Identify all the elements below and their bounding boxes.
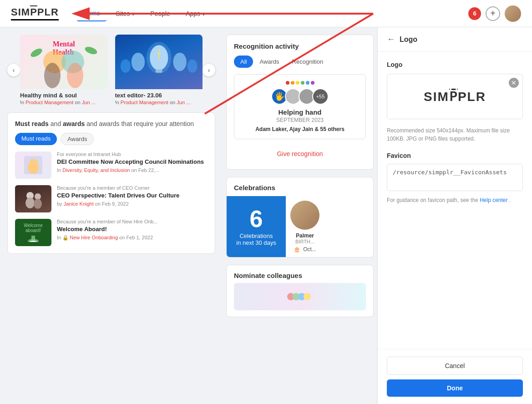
user-avatar[interactable] <box>505 5 521 22</box>
carousel-image-1: MentalHealth <box>20 35 108 89</box>
celebrations-card: Celebrations 6 Celebrations in next 30 d… <box>226 177 374 258</box>
must-reads-and: and <box>51 120 63 127</box>
logo-settings-panel: ← Logo Logo SIMP̄PLR ✕ Recommended size … <box>377 27 532 404</box>
carousel-card-1[interactable]: MentalHealth <box>20 35 108 105</box>
chevron-down-icon: ▾ <box>132 10 135 17</box>
must-read-content-3: Because you're a member of New Hire Onb.… <box>57 219 208 241</box>
navbar: SIMPPLR Home Sites ▾ People Apps ▾ 6 + <box>0 0 532 27</box>
carousel-title-2: text editor- 23.06 <box>115 92 203 99</box>
person-type: BIRTH... <box>295 239 314 244</box>
awards-label-inline: awards <box>63 120 85 127</box>
carousel-category-2[interactable]: Product Management <box>121 100 168 105</box>
give-recognition-button[interactable]: Give recognition <box>234 146 366 162</box>
recognition-title: Recognition activity <box>234 42 366 50</box>
must-read-context-1: For everyone at Intranet Hub <box>57 152 208 157</box>
must-read-meta-1: In Diversity, Equity, and Inclusion on F… <box>57 167 208 173</box>
logo-remove-button[interactable]: ✕ <box>509 78 519 88</box>
svg-rect-20 <box>30 159 32 167</box>
avatar-image <box>505 5 521 22</box>
must-read-group-2[interactable]: CEO Corner <box>122 185 150 191</box>
must-reads-tabs: Must reads Awards <box>15 133 208 145</box>
must-reads-suffix: and awards that require your attention <box>86 120 194 127</box>
recognition-tab-recognition[interactable]: Recognition <box>286 56 330 68</box>
cake-icon: 🎂 <box>294 246 300 252</box>
must-read-context-3: Because you're a member of New Hire Onb.… <box>57 219 208 224</box>
nav-sites[interactable]: Sites ▾ <box>109 6 141 21</box>
left-panel: ‹ MentalHealth <box>0 27 223 404</box>
must-reads-card: Must reads and awards and awards that re… <box>7 112 215 254</box>
must-read-content-2: Because you're a member of CEO Corner CE… <box>57 185 208 207</box>
badge-dots <box>241 81 359 85</box>
tab-awards[interactable]: Awards <box>61 133 94 145</box>
svg-rect-21 <box>33 158 35 167</box>
logo-upload-box[interactable]: SIMP̄PLR ✕ <box>387 74 523 119</box>
add-button[interactable]: + <box>486 6 500 21</box>
dei-thumb-illustration <box>22 154 45 177</box>
mental-health-illustration <box>23 35 105 89</box>
carousel-category-1[interactable]: Product Management <box>25 100 73 105</box>
badge-date: SEPTEMBER 2023 <box>241 117 359 123</box>
chevron-down-icon: ▾ <box>202 10 205 17</box>
lightbulb-illustration <box>115 35 203 89</box>
nav-people[interactable]: People <box>144 6 177 21</box>
nominate-avatars <box>286 288 314 306</box>
carousel-image-2 <box>115 35 203 89</box>
must-read-category-1[interactable]: Diversity, Equity, and Inclusion <box>62 167 130 173</box>
celebrations-title: Celebrations <box>227 177 373 196</box>
back-button[interactable]: ← <box>387 35 395 44</box>
center-panel: Recognition activity All Awards Recognit… <box>223 27 377 404</box>
svg-point-12 <box>131 53 144 71</box>
done-button[interactable]: Done <box>387 379 523 397</box>
must-reads-items: For everyone at Intranet Hub DEI Committ… <box>15 152 208 246</box>
carousel-meta-2: In Product Management on Jun ... <box>115 100 203 105</box>
notification-badge[interactable]: 6 <box>468 7 481 20</box>
must-read-group-3[interactable]: New Hire Onb... <box>122 219 157 224</box>
must-read-meta-2: by Janice Knight on Feb 9, 2022 <box>57 201 208 207</box>
svg-point-7 <box>30 47 44 59</box>
badge-name: Helping hand <box>241 108 359 116</box>
celebrations-label: Celebrations in next 30 days <box>236 232 276 246</box>
badge-people: Adam Laker, Ajay Jain & 55 others <box>241 126 359 132</box>
nav-links: Home Sites ▾ People Apps ▾ <box>77 6 468 21</box>
svg-point-26 <box>34 199 42 209</box>
must-read-meta-3: In 🔒New Hire Onboarding on Feb 1, 2022 <box>57 235 208 241</box>
overlay-body: Logo SIMP̄PLR ✕ Recommended size 540x144… <box>378 52 532 349</box>
favicon-hint: For guidance on favicon path, see the He… <box>387 196 523 204</box>
carousel-track: MentalHealth <box>20 35 203 105</box>
carousel-next-button[interactable]: › <box>203 64 215 76</box>
favicon-input[interactable]: /resource/simpplr__FaviconAssets <box>387 164 523 191</box>
must-read-author-2[interactable]: Janice Knight <box>64 201 94 207</box>
celebrations-number: 6 <box>250 207 263 231</box>
svg-point-34 <box>304 293 311 300</box>
carousel-card-2[interactable]: text editor- 23.06 In Product Management… <box>115 35 203 105</box>
help-center-link[interactable]: Help center <box>480 197 507 203</box>
must-read-heading-2[interactable]: CEO Perspective: Talent Drives Our Cultu… <box>57 192 208 200</box>
logo-hint: Recommended size 540x144px. Maximum file… <box>387 126 523 143</box>
svg-point-5 <box>44 63 61 88</box>
recognition-tab-awards[interactable]: Awards <box>253 56 285 68</box>
carousel-prev-button[interactable]: ‹ <box>7 64 20 76</box>
must-read-thumb-2 <box>15 185 51 212</box>
logo-preview-text: SIMP̄PLR <box>424 89 486 104</box>
badge-avatars: 🖐 +55 <box>241 88 359 105</box>
favicon-section: Favicon /resource/simpplr__FaviconAssets… <box>387 152 523 204</box>
tab-must-reads[interactable]: Must reads <box>15 133 57 145</box>
nav-apps[interactable]: Apps ▾ <box>179 6 212 21</box>
must-read-heading-1[interactable]: DEI Committee Now Accepting Council Nomi… <box>57 158 208 166</box>
cancel-button[interactable]: Cancel <box>387 357 523 375</box>
nominate-visual <box>234 283 366 310</box>
navbar-right: 6 + <box>468 5 521 22</box>
person-avatar <box>290 201 319 230</box>
must-read-heading-3[interactable]: Welcome Aboard! <box>57 225 208 233</box>
recognition-tabs: All Awards Recognition <box>234 56 366 68</box>
logo-section-label: Logo <box>387 61 523 68</box>
svg-point-15 <box>187 60 197 73</box>
nav-home[interactable]: Home <box>77 6 106 21</box>
recognition-tab-all[interactable]: All <box>234 56 253 68</box>
overlay-header: ← Logo <box>378 27 532 52</box>
must-read-item-1: For everyone at Intranet Hub DEI Committ… <box>15 152 208 179</box>
recognition-card: Recognition activity All Awards Recognit… <box>226 35 374 170</box>
nominate-card: Nominate colleagues <box>226 265 374 317</box>
must-read-category-3[interactable]: New Hire Onboarding <box>70 235 118 240</box>
logo[interactable]: SIMPPLR <box>11 6 59 20</box>
